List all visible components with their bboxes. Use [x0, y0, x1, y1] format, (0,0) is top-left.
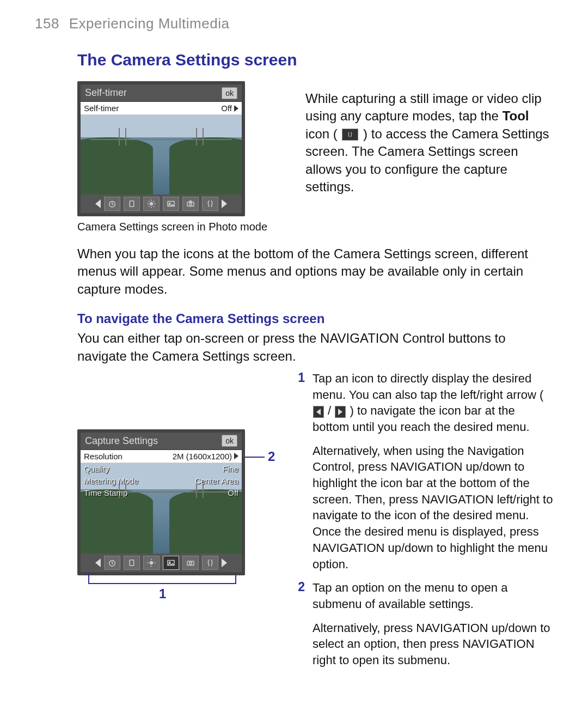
- timer-icon[interactable]: [104, 556, 120, 570]
- page-number: 158: [35, 15, 59, 32]
- row-label: Resolution: [84, 452, 122, 461]
- svg-rect-1: [130, 201, 134, 207]
- step-2: 2 Tap an option on the menu to open a su…: [295, 580, 553, 668]
- menu-row-resolution[interactable]: Resolution 2M (1600x1200): [81, 450, 242, 463]
- row-value: Off: [228, 488, 238, 497]
- camera-viewport: Self-timer Off: [81, 102, 242, 195]
- right-arrow-icon: [335, 406, 346, 418]
- svg-rect-15: [189, 201, 192, 202]
- ok-button-2[interactable]: ok: [222, 435, 237, 447]
- callout-1-bracket: [88, 573, 236, 584]
- section-name: Experiencing Multimedia: [69, 15, 230, 32]
- chevron-right-icon: [234, 105, 238, 112]
- menu-row-metering[interactable]: Metering Mode Center Area: [81, 475, 242, 487]
- camera-titlebar: Self-timer ok: [81, 84, 242, 102]
- row-value: Off: [221, 104, 232, 113]
- step-number: 2: [295, 580, 305, 668]
- left-arrow-icon: [313, 406, 324, 418]
- step2-p2: Alternatively, press NAVIGATION up/down …: [313, 620, 553, 669]
- camera-titlebar-2: Capture Settings ok: [81, 433, 242, 450]
- tools-icon[interactable]: [202, 556, 218, 570]
- camera-title-text: Self-timer: [85, 87, 127, 99]
- camera-viewport-2: Resolution 2M (1600x1200) Quality Fine M…: [81, 450, 242, 554]
- figure-1: Self-timer ok Self-timer Off: [77, 81, 267, 233]
- storage-icon[interactable]: [124, 556, 140, 570]
- tools-icon[interactable]: [202, 197, 218, 211]
- menu-row-quality[interactable]: Quality Fine: [81, 463, 242, 475]
- svg-line-9: [149, 206, 150, 207]
- camera-title-text-2: Capture Settings: [85, 435, 158, 447]
- menu-row-timestamp[interactable]: Time Stamp Off: [81, 487, 242, 499]
- callout-1: 1: [159, 586, 166, 602]
- mid-paragraph: When you tap the icons at the bottom of …: [77, 245, 553, 298]
- sub-intro: You can either tap on-screen or press th…: [77, 330, 553, 365]
- brightness-icon[interactable]: [143, 197, 160, 211]
- row-label: Time Stamp: [84, 488, 127, 497]
- camera-icon-bar-2: [81, 554, 242, 572]
- brightness-icon[interactable]: [143, 556, 160, 570]
- svg-rect-17: [130, 560, 134, 566]
- manual-page: 158 Experiencing Multimedia The Camera S…: [0, 0, 588, 709]
- step-number: 1: [295, 370, 305, 572]
- step-1: 1 Tap an icon to directly display the de…: [295, 370, 553, 572]
- callout-2: 2: [268, 449, 275, 464]
- row-value: 2M (1600x1200): [173, 452, 232, 461]
- iconbar-left-arrow[interactable]: [95, 199, 101, 208]
- image-icon[interactable]: [163, 197, 179, 211]
- step1-p1b: /: [324, 404, 334, 417]
- row-label: Metering Mode: [84, 476, 138, 485]
- ok-button[interactable]: ok: [222, 87, 237, 99]
- image-icon[interactable]: [163, 556, 179, 570]
- chevron-right-icon: [234, 453, 238, 459]
- figure-1-caption: Camera Settings screen in Photo mode: [77, 221, 267, 233]
- capture-settings-widget: Capture Settings ok Resolution 2M (1600x…: [77, 429, 245, 575]
- figure-2-column: Capture Settings ok Resolution 2M (1600x…: [77, 370, 273, 575]
- iconbar-left-arrow[interactable]: [95, 558, 101, 567]
- steps-column: 1 Tap an icon to directly display the de…: [295, 370, 553, 676]
- row-value: Fine: [223, 464, 238, 473]
- intro-paragraph: While capturing a still image or video c…: [305, 90, 553, 196]
- tool-icon: [342, 129, 358, 141]
- camera-icon-bar: [81, 195, 242, 213]
- callout-2-line: [245, 457, 265, 458]
- step2-p1: Tap an option on the menu to open a subm…: [313, 581, 507, 611]
- iconbar-right-arrow[interactable]: [222, 558, 227, 567]
- menu-row-self-timer[interactable]: Self-timer Off: [81, 102, 242, 115]
- svg-line-7: [149, 201, 150, 202]
- subheading: To navigate the Camera Settings screen: [77, 311, 553, 326]
- svg-point-18: [150, 561, 153, 564]
- intro-bold: Tool: [503, 108, 529, 123]
- svg-line-8: [154, 206, 155, 207]
- svg-point-26: [189, 562, 192, 564]
- running-header: 158 Experiencing Multimedia: [35, 15, 553, 32]
- row-label: Quality: [84, 464, 109, 473]
- camera-icon[interactable]: [182, 197, 199, 211]
- storage-icon[interactable]: [124, 197, 140, 211]
- camera-icon[interactable]: [182, 556, 199, 570]
- svg-point-14: [189, 203, 192, 206]
- step1-p1a: Tap an icon to directly display the desi…: [313, 372, 543, 402]
- step1-p2: Alternatively, when using the Navigation…: [313, 443, 553, 573]
- row-label: Self-timer: [84, 104, 119, 113]
- camera-settings-widget: Self-timer ok Self-timer Off: [77, 81, 245, 216]
- svg-line-10: [154, 201, 155, 202]
- iconbar-right-arrow[interactable]: [222, 199, 227, 208]
- timer-icon[interactable]: [104, 197, 120, 211]
- page-title: The Camera Settings screen: [77, 51, 553, 69]
- svg-point-2: [150, 202, 153, 205]
- intro-text-2: icon (: [305, 126, 341, 141]
- row-value: Center Area: [195, 476, 238, 485]
